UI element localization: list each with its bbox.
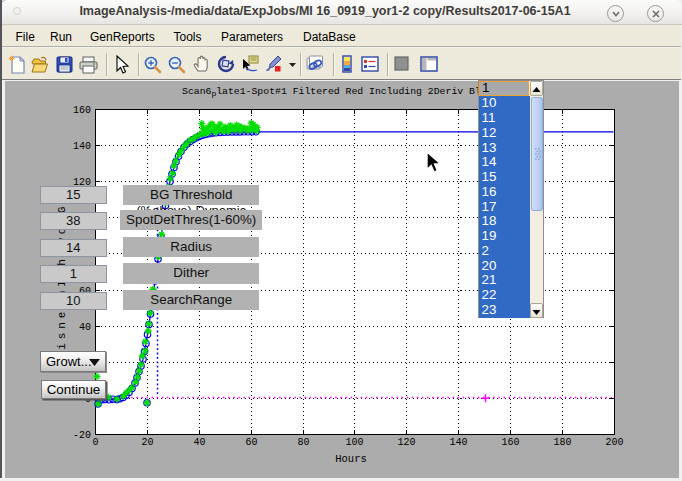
- svg-text:0: 0: [92, 437, 98, 448]
- svg-text:140: 140: [73, 141, 91, 152]
- svg-text:60: 60: [245, 437, 257, 448]
- svg-text:100: 100: [345, 437, 363, 448]
- svg-text:40: 40: [79, 322, 91, 333]
- svg-text:180: 180: [553, 437, 571, 448]
- svg-text:160: 160: [501, 437, 519, 448]
- svg-text:20: 20: [141, 437, 153, 448]
- svg-text:80: 80: [297, 437, 309, 448]
- svg-text:120: 120: [397, 437, 415, 448]
- svg-text:160: 160: [73, 105, 91, 116]
- svg-text:-20: -20: [73, 430, 91, 441]
- svg-text:200: 200: [605, 437, 623, 448]
- svg-text:140: 140: [449, 437, 467, 448]
- svg-text:40: 40: [193, 437, 205, 448]
- svg-text:Hours: Hours: [335, 453, 367, 465]
- svg-text:Scan6plate1-Spot#1 Filtered Re: Scan6plate1-Spot#1 Filtered Red Includin…: [182, 86, 493, 99]
